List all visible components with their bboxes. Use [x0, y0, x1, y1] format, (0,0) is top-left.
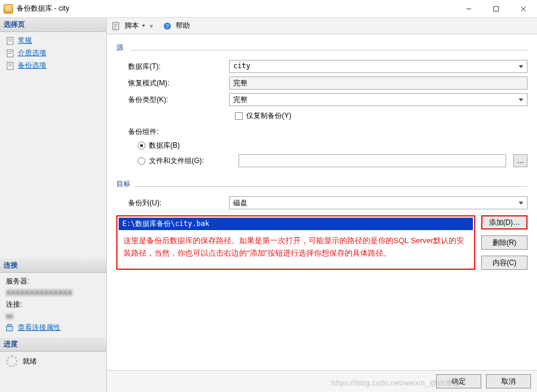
database-row: 数据库(T): city: [128, 60, 528, 73]
view-props-label: 查看连接属性: [18, 323, 61, 333]
page-icon: [6, 37, 14, 45]
connection-info: 服务器: XXXXXXXXXXXXXX 连接: xx 查看连接属性: [0, 273, 106, 337]
sidebar-item-media-options[interactable]: 介质选项: [0, 47, 106, 59]
close-button[interactable]: [510, 0, 537, 17]
filegroup-input[interactable]: [239, 154, 506, 167]
spinner-icon: [6, 355, 18, 367]
backup-to-select[interactable]: 磁盘: [229, 196, 528, 209]
svg-rect-14: [8, 324, 11, 326]
backup-type-label: 备份类型(K):: [128, 95, 229, 105]
progress-status: 就绪: [23, 356, 37, 366]
destination-path[interactable]: E:\数据库备份\city.bak: [119, 218, 473, 230]
conn-row: 连接:: [0, 298, 106, 311]
page-icon: [6, 62, 14, 70]
destination-group: 目标 备份到(U): 磁盘 E:\数据库备份\city.bak 这里是备份后数据…: [116, 179, 528, 357]
page-list: 常规 介质选项 备份选项: [0, 32, 106, 75]
backup-type-select[interactable]: 完整: [229, 93, 528, 106]
radio-database-row[interactable]: 数据库(B): [138, 141, 528, 151]
select-page-header: 选择页: [0, 18, 106, 32]
sidebar-item-general[interactable]: 常规: [0, 34, 106, 47]
database-label: 数据库(T):: [128, 62, 229, 72]
destination-area: E:\数据库备份\city.bak 这里是备份后数据库的保存路径。如果是第一次打…: [116, 215, 528, 270]
copy-only-label: 仅复制备份(Y): [246, 111, 291, 121]
conn-label: 连接:: [6, 299, 22, 310]
conn-value: xx: [6, 312, 13, 320]
sidebar-item-label: 介质选项: [18, 48, 46, 58]
server-row: 服务器:: [0, 275, 106, 288]
sidebar-item-label: 常规: [18, 36, 32, 46]
backup-to-label: 备份到(U):: [128, 198, 229, 208]
script-button[interactable]: 脚本: [125, 21, 139, 31]
connection-header: 连接: [0, 259, 106, 273]
source-group: 源 数据库(T): city 恢复模式(M): 完整: [116, 43, 528, 171]
component-label: 备份组件:: [128, 127, 528, 137]
add-button[interactable]: 添加(D)…: [481, 215, 528, 230]
ok-button[interactable]: 确定: [436, 374, 481, 388]
view-connection-props[interactable]: 查看连接属性: [0, 321, 106, 334]
destination-buttons: 添加(D)… 删除(R) 内容(C): [481, 215, 528, 270]
annotation-text: 这里是备份后数据库的保存路径。如果是第一次打开，可能显示的路径的是你的SQL S…: [119, 230, 473, 261]
main-layout: 选择页 常规 介质选项 备份选项 连接: [0, 18, 537, 392]
maximize-button[interactable]: [482, 0, 510, 17]
sidebar: 选择页 常规 介质选项 备份选项 连接: [0, 18, 107, 392]
content-body: 源 数据库(T): city 恢复模式(M): 完整: [107, 34, 537, 370]
radio-filegroup-label: 文件和文件组(G):: [149, 156, 204, 166]
app-icon: [4, 4, 13, 14]
script-icon: [112, 21, 121, 31]
svg-text:?: ?: [166, 23, 169, 29]
cancel-button[interactable]: 取消: [486, 374, 531, 388]
content-pane: 脚本 ▼ ▾ ? 帮助 源 数据库(T): city: [107, 18, 537, 392]
titlebar: 备份数据库 - city: [0, 0, 537, 18]
copy-only-row[interactable]: 仅复制备份(Y): [235, 111, 528, 121]
destination-list[interactable]: E:\数据库备份\city.bak 这里是备份后数据库的保存路径。如果是第一次打…: [116, 215, 475, 270]
radio-database[interactable]: [138, 142, 145, 149]
svg-rect-13: [7, 326, 12, 331]
minimize-button[interactable]: [455, 0, 482, 17]
help-button[interactable]: 帮助: [176, 21, 190, 31]
backup-to-row: 备份到(U): 磁盘: [128, 196, 528, 209]
server-value: XXXXXXXXXXXXXX: [6, 289, 72, 297]
backup-type-row: 备份类型(K): 完整: [128, 93, 528, 106]
radio-filegroup[interactable]: [138, 157, 145, 165]
filegroup-browse-button[interactable]: …: [513, 154, 528, 167]
server-label: 服务器:: [6, 276, 29, 286]
source-group-label: 源: [116, 43, 528, 56]
help-icon: ?: [163, 21, 172, 31]
server-value-row: XXXXXXXXXXXXXX: [0, 288, 106, 298]
progress-header: 进度: [0, 337, 106, 352]
copy-only-checkbox[interactable]: [235, 112, 243, 120]
database-select[interactable]: city: [229, 60, 528, 73]
script-dropdown-arrow[interactable]: ▼: [141, 23, 146, 28]
radio-filegroup-row: 文件和文件组(G): …: [138, 154, 528, 167]
page-icon: [6, 49, 14, 58]
radio-database-label: 数据库(B): [149, 141, 180, 151]
recovery-value: 完整: [229, 77, 528, 90]
conn-value-row: xx: [0, 311, 106, 321]
svg-rect-1: [494, 7, 498, 11]
connection-icon: [6, 324, 14, 332]
sidebar-item-backup-options[interactable]: 备份选项: [0, 59, 106, 72]
remove-button[interactable]: 删除(R): [481, 235, 528, 250]
recovery-row: 恢复模式(M): 完整: [128, 77, 528, 90]
recovery-label: 恢复模式(M):: [128, 78, 229, 88]
content-button[interactable]: 内容(C): [481, 256, 528, 270]
progress-row: 就绪: [0, 352, 106, 371]
window-title: 备份数据库 - city: [17, 4, 455, 14]
content-toolbar: 脚本 ▼ ▾ ? 帮助: [107, 18, 537, 34]
dialog-footer: https://blog.csdn.net/weixin_@sh博客 确定 取消: [107, 370, 537, 392]
sidebar-item-label: 备份选项: [18, 60, 46, 71]
destination-group-label: 目标: [116, 179, 528, 193]
window-controls: [455, 0, 537, 17]
